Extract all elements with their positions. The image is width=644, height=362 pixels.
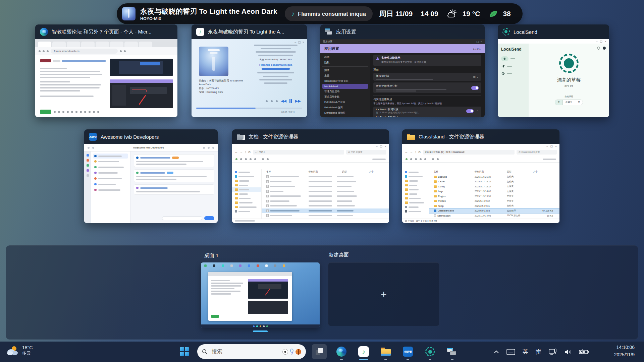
file-row-selected[interactable]: ClassIsland.exe2025/6/9 13:53应用程序67,126 … xyxy=(429,208,559,214)
settings-nav-item[interactable]: 更多启动参数 xyxy=(322,94,368,100)
analytics-toggle[interactable] xyxy=(471,86,479,90)
window-classisland-explorer[interactable]: ClassIsland - 文件资源管理器 –▢× ←→↑⟳ 此电脑 › 软件卷… xyxy=(402,129,559,223)
battery-charging-icon[interactable] xyxy=(579,349,589,355)
ime-pinyin-indicator[interactable]: 拼 xyxy=(536,348,541,356)
window-localsend[interactable]: LocalSend –▢× LocalSend xyxy=(498,24,609,117)
aiwb-bottom-bar[interactable] xyxy=(162,216,214,220)
settings-nav-item[interactable]: 管理员自启动 xyxy=(322,89,368,94)
segment-off[interactable]: 关 xyxy=(555,100,563,105)
window-classisland-header[interactable]: ClassIsland - 文件资源管理器 xyxy=(402,129,559,144)
taskbar-localsend[interactable] xyxy=(423,344,437,359)
window-edge-forum[interactable]: 智教联盟论坛 和另外 7 个页面 - 个人 - Micr... forum.sm… xyxy=(35,24,177,117)
settings-nav-item[interactable]: 存储 xyxy=(322,55,368,60)
analytics-row[interactable]: 匿名使用情况分析 xyxy=(373,82,481,93)
file-row[interactable] xyxy=(262,189,389,194)
file-row[interactable]: Temp2025/2/5 19:31文件夹 xyxy=(429,203,559,208)
taskbar-edge[interactable] xyxy=(334,344,349,359)
next-track-icon[interactable]: ▶▶ xyxy=(295,99,301,103)
start-button[interactable] xyxy=(177,344,192,359)
window-lx-music[interactable]: ♪ 永夜与破晓的誓刃 To Light the A... – ▢ × 歌曲名：永… xyxy=(192,24,307,117)
aiwb-list-item[interactable] xyxy=(93,187,128,193)
segment-on[interactable]: 开 xyxy=(575,100,583,105)
search-highlight-icons[interactable] xyxy=(282,349,301,355)
settings-nav-item-selected[interactable]: MediaIsland xyxy=(322,84,368,89)
file-row[interactable]: Profiles2025/5/4 19:32文件夹 xyxy=(429,199,559,204)
touch-keyboard-icon[interactable] xyxy=(506,349,515,355)
ime-latin-indicator[interactable]: 英 xyxy=(523,348,528,356)
settings-nav-item[interactable]: ExtraIsland-值日 xyxy=(322,105,368,110)
music-playback-controls[interactable]: ◀◀ ▶▶ xyxy=(266,99,301,103)
settings-nav-item[interactable]: 插件 xyxy=(322,68,368,73)
lyric-forward-row[interactable]: LX Music 歌词转发 将 LX Music 的歌词转发到 LyricsIs… xyxy=(376,108,479,114)
file-row[interactable]: Settings.json2025/11/9 14:05JSON 源文件18 K… xyxy=(429,213,559,218)
classisland-explorer-thumbnail[interactable]: –▢× ←→↑⟳ 此电脑 › 软件卷 (D:) › 软件 › ClassIsla… xyxy=(402,144,559,223)
window-localsend-header[interactable]: LocalSend xyxy=(498,24,609,39)
quick-save-segmented[interactable]: 关 收藏夹 开 xyxy=(555,100,583,105)
cast-screen-icon[interactable] xyxy=(549,349,557,355)
taskbar-file-explorer[interactable] xyxy=(378,344,393,359)
taskbar-aiwb[interactable]: AIWB xyxy=(400,344,415,359)
localsend-nav-send[interactable] xyxy=(501,64,525,68)
file-row[interactable] xyxy=(262,203,389,208)
docs-command-bar[interactable] xyxy=(232,156,389,163)
classisland-file-list[interactable]: 名称 修改日期 类型 大小 Backups2025/11/6 21:39文件夹 … xyxy=(429,169,559,219)
aiwb-list-item[interactable] xyxy=(93,170,128,176)
file-row[interactable] xyxy=(262,194,389,199)
aiwb-content-pane[interactable] xyxy=(130,152,218,223)
taskbar-search[interactable]: 搜索 xyxy=(197,344,306,359)
task-view-button[interactable] xyxy=(312,344,327,359)
localsend-sidebar[interactable]: LocalSend xyxy=(498,44,529,117)
docs-explorer-thumbnail[interactable]: –▢× ←→↑⟳ … › 文档 › 在 文档 中搜索 名称 xyxy=(232,144,389,223)
file-row[interactable]: Backups2025/11/6 21:39文件夹 xyxy=(429,174,559,179)
file-row[interactable]: Plugins2025/11/9 13:55文件夹 xyxy=(429,194,559,199)
window-music-header[interactable]: ♪ 永夜与破晓的誓刃 To Light the A... xyxy=(192,24,307,39)
file-row[interactable]: Cache2025/5/17 19:14文件夹 xyxy=(429,179,559,184)
edge-thumbnail[interactable]: forum.smart-teach.cn xyxy=(35,39,177,117)
forum-editor-toolbar[interactable] xyxy=(40,110,99,114)
tray-chevron-up-icon[interactable] xyxy=(494,350,499,354)
music-thumbnail[interactable]: – ▢ × 歌曲名：永夜与破晓的誓刃 To Light the Aeon Dar… xyxy=(192,39,307,117)
docs-breadcrumb[interactable]: … › 文档 › xyxy=(253,150,344,155)
taskbar-clock[interactable]: 14:10:06 2025/11/9 xyxy=(614,344,635,358)
docs-explorer-navbar[interactable]: ←→↑⟳ … › 文档 › 在 文档 中搜索 xyxy=(232,148,389,156)
publish-button[interactable] xyxy=(40,110,51,114)
window-aiwb-header[interactable]: AIWB Awesome Iwb Developers xyxy=(84,129,218,144)
window-app-settings[interactable]: 应用设置 应用设置 ▢ × 应用设置 1.7.0.1 存储 隐私 插件 主题 I… xyxy=(320,24,485,117)
window-edge-header[interactable]: 智教联盟论坛 和另外 7 个页面 - 个人 - Micr... xyxy=(35,24,177,39)
docs-sidebar[interactable] xyxy=(232,169,262,219)
pause-icon[interactable] xyxy=(289,99,292,103)
file-row[interactable]: Config2025/5/17 19:14文件夹 xyxy=(429,184,559,189)
window-docs-explorer[interactable]: 文档 - 文件资源管理器 –▢× ←→↑⟳ … › 文档 › 在 文档 中搜索 xyxy=(232,129,389,223)
file-row[interactable] xyxy=(262,199,389,204)
chevron-up-icon[interactable]: ⌃ xyxy=(476,110,479,113)
aiwb-list-item-selected[interactable] xyxy=(93,154,128,159)
desktop-1-thumbnail[interactable] xyxy=(201,262,320,328)
chevron-down-icon[interactable]: ▦ ⌄ xyxy=(473,75,479,78)
aiwb-icon-rail[interactable] xyxy=(84,152,91,223)
taskbar-lx-music[interactable]: ♪ xyxy=(356,344,371,359)
previous-track-icon[interactable]: ◀◀ xyxy=(281,99,286,103)
window-aiwb[interactable]: AIWB Awesome Iwb Developers Awesome Iwb … xyxy=(84,129,218,223)
aiwb-thumbnail[interactable]: Awesome Iwb Developers xyxy=(84,144,218,223)
apply-button[interactable]: 应用 xyxy=(473,117,479,117)
settings-nav-item[interactable]: ExtraIsland-微动图 xyxy=(322,110,368,116)
file-row[interactable] xyxy=(262,174,389,179)
window-settings-header[interactable]: 应用设置 xyxy=(320,24,485,39)
file-row[interactable] xyxy=(262,184,389,189)
localsend-thumbnail[interactable]: –▢× LocalSend xyxy=(498,39,609,117)
settings-nav-item[interactable]: 隐私 xyxy=(322,60,368,65)
classisland-navbar[interactable]: ←→↑⟳ 此电脑 › 软件卷 (D:) › 软件 › ClassIsland ›… xyxy=(402,148,559,156)
taskbar-classisland[interactable] xyxy=(444,344,459,359)
window-docs-header[interactable]: 文档 - 文件资源管理器 xyxy=(232,129,389,144)
taskbar-weather-widget[interactable]: 18°C 多云 xyxy=(6,345,33,356)
volume-icon[interactable] xyxy=(564,349,572,355)
settings-thumbnail[interactable]: 应用设置 ▢ × 应用设置 1.7.0.1 存储 隐私 插件 主题 Island… xyxy=(320,39,485,117)
playlist-source-row[interactable]: 播放源列表 ▦ ⌄ xyxy=(373,73,481,81)
settings-nav-item[interactable]: 主题 xyxy=(322,73,368,78)
aiwb-list-item[interactable] xyxy=(93,164,128,170)
docs-search-box[interactable]: 在 文档 中搜索 xyxy=(346,150,386,155)
classisland-sidebar[interactable] xyxy=(402,169,429,219)
aiwb-send-button[interactable] xyxy=(204,216,214,220)
aiwb-list-pane[interactable] xyxy=(91,152,130,223)
api-port-input[interactable]: 23330 xyxy=(460,117,470,117)
